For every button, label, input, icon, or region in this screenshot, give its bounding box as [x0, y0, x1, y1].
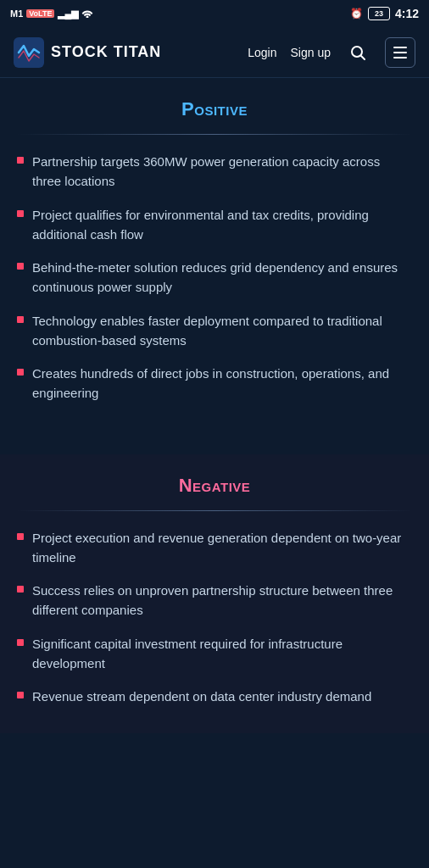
negative-item-3: Significant capital investment required … [32, 634, 412, 674]
positive-title: Positive [17, 98, 412, 120]
list-item: Project execution and revenue generation… [17, 528, 412, 568]
status-bar: M1 VoLTE ▂▄▆ ⏰ 23 4:12 [0, 0, 429, 27]
status-right: ⏰ 23 4:12 [350, 7, 419, 20]
positive-item-2: Project qualifies for environmental and … [32, 205, 412, 245]
hamburger-line-3 [393, 57, 407, 58]
bullet-marker [17, 692, 24, 698]
search-icon[interactable] [344, 39, 371, 66]
battery-icon: 23 [368, 7, 390, 20]
negative-item-1: Project execution and revenue generation… [32, 528, 412, 568]
list-item: Technology enables faster deployment com… [17, 311, 412, 351]
carrier-label: M1 [10, 8, 23, 19]
logo-container: STOCK TITAN [14, 37, 248, 68]
navbar: STOCK TITAN Login Sign up [0, 27, 429, 78]
positive-item-4: Technology enables faster deployment com… [32, 311, 412, 351]
list-item: Success relies on unproven partnership s… [17, 581, 412, 620]
bullet-marker [17, 157, 24, 164]
bullet-marker [17, 639, 24, 646]
login-link[interactable]: Login [248, 46, 276, 59]
negative-item-2: Success relies on unproven partnership s… [32, 581, 412, 620]
list-item: Revenue stream dependent on data center … [17, 687, 412, 706]
positive-item-5: Creates hundreds of direct jobs in const… [32, 364, 412, 403]
logo-text: STOCK TITAN [51, 43, 161, 61]
list-item: Behind-the-meter solution reduces grid d… [17, 258, 412, 298]
negative-title: Negative [17, 475, 412, 497]
negative-bullet-list: Project execution and revenue generation… [17, 528, 412, 707]
bullet-marker [17, 369, 24, 376]
bullet-marker [17, 263, 24, 270]
section-spacer [0, 431, 429, 448]
list-item: Creates hundreds of direct jobs in const… [17, 364, 412, 403]
time-label: 4:12 [395, 7, 419, 20]
negative-item-4: Revenue stream dependent on data center … [32, 687, 371, 706]
list-item: Project qualifies for environmental and … [17, 205, 412, 245]
alarm-icon: ⏰ [350, 8, 363, 19]
positive-divider [17, 134, 412, 135]
logo-icon [14, 37, 44, 68]
list-item: Partnership targets 360MW power generati… [17, 152, 412, 192]
positive-section: Positive Partnership targets 360MW power… [0, 78, 429, 431]
hamburger-menu[interactable] [385, 37, 415, 68]
hamburger-line-1 [393, 47, 407, 48]
bullet-marker [17, 316, 24, 323]
signal-icon: ▂▄▆ [58, 8, 78, 19]
bullet-marker [17, 533, 24, 540]
signup-link[interactable]: Sign up [291, 46, 331, 59]
nav-links: Login Sign up [248, 37, 415, 68]
main-content: Positive Partnership targets 360MW power… [0, 78, 429, 733]
network-type-label: VoLTE [26, 9, 54, 18]
svg-line-2 [361, 56, 365, 59]
wifi-icon [81, 8, 93, 19]
hamburger-line-2 [393, 52, 407, 53]
list-item: Significant capital investment required … [17, 634, 412, 674]
positive-item-3: Behind-the-meter solution reduces grid d… [32, 258, 412, 298]
negative-section: Negative Project execution and revenue g… [0, 454, 429, 734]
negative-divider [17, 510, 412, 511]
bullet-marker [17, 210, 24, 217]
status-left: M1 VoLTE ▂▄▆ [10, 8, 93, 19]
positive-bullet-list: Partnership targets 360MW power generati… [17, 152, 412, 403]
positive-item-1: Partnership targets 360MW power generati… [32, 152, 412, 192]
bullet-marker [17, 586, 24, 593]
svg-point-1 [352, 47, 362, 57]
